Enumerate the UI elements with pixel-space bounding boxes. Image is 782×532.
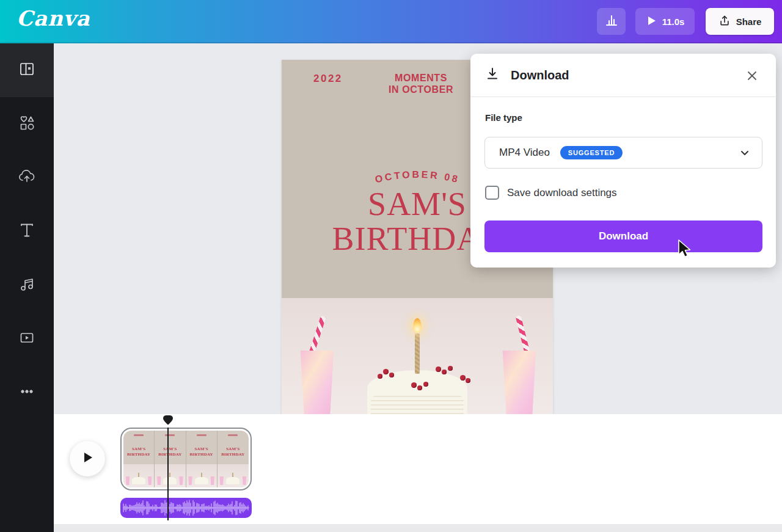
- playhead-line[interactable]: [167, 428, 169, 520]
- sidebar-item-text[interactable]: [0, 205, 54, 258]
- text-icon: [18, 222, 35, 241]
- bar-chart-icon: [604, 13, 619, 30]
- berry: [442, 370, 447, 374]
- sidebar-item-uploads[interactable]: [0, 151, 54, 205]
- save-settings-checkbox[interactable]: [485, 186, 499, 200]
- playhead-marker[interactable]: [161, 415, 175, 428]
- canva-logo: Canva: [16, 6, 90, 31]
- thumbnail-frame: SAM'S BIRTHDAY: [186, 431, 217, 487]
- audio-waveform: [120, 498, 252, 518]
- clip-thumbnail-frames: SAM'S BIRTHDAY SAM'S BIRTHDAY SAM'S BIRT…: [123, 431, 249, 487]
- suggested-badge: SUGGESTED: [560, 146, 623, 159]
- sidebar-item-templates[interactable]: [0, 43, 54, 97]
- download-button[interactable]: Download: [484, 220, 762, 252]
- duration-label: 11.0s: [662, 16, 685, 27]
- share-button[interactable]: Share: [706, 8, 774, 35]
- cake-frosting-ridges: [371, 396, 464, 414]
- berry: [383, 369, 389, 374]
- preview-play-button[interactable]: 11.0s: [635, 8, 695, 35]
- upload-cloud-icon: [18, 167, 36, 188]
- sidebar-item-elements[interactable]: [0, 97, 54, 151]
- music-note-icon: [18, 275, 35, 295]
- elements-icon: [18, 114, 35, 134]
- poster-video-frame[interactable]: [282, 298, 553, 414]
- poster-moments-text[interactable]: MOMENTS IN OCTOBER: [379, 72, 462, 95]
- berry: [417, 385, 422, 390]
- ellipsis-icon: [18, 383, 35, 403]
- chevron-down-icon: [739, 147, 751, 159]
- timeline-play-button[interactable]: [70, 441, 105, 476]
- thumbnail-frame: SAM'S BIRTHDAY: [217, 431, 249, 487]
- berry: [436, 366, 441, 372]
- share-label: Share: [736, 16, 762, 27]
- candle-flame: [413, 318, 422, 333]
- candle: [415, 333, 420, 374]
- save-settings-row[interactable]: Save download settings: [485, 186, 617, 200]
- file-type-select[interactable]: MP4 Video SUGGESTED: [484, 137, 762, 169]
- insights-button[interactable]: [597, 8, 626, 35]
- download-panel: Download File type MP4 Video SUGGESTED S…: [470, 54, 776, 268]
- share-upload-icon: [718, 15, 731, 29]
- sidebar-item-audio[interactable]: [0, 258, 54, 312]
- party-cup-left: [298, 351, 336, 414]
- party-cup-right: [500, 351, 538, 414]
- berry: [389, 373, 394, 377]
- download-panel-title: Download: [511, 68, 569, 82]
- top-bar: Canva 11.0s Share: [0, 0, 782, 43]
- berry: [460, 375, 466, 381]
- object-panel-sidebar: [0, 43, 54, 532]
- play-icon: [646, 15, 657, 28]
- file-type-value: MP4 Video: [499, 147, 550, 159]
- sidebar-item-videos[interactable]: [0, 312, 54, 366]
- thumbnail-frame: SAM'S BIRTHDAY: [123, 431, 155, 487]
- berry: [411, 382, 417, 388]
- save-settings-label: Save download settings: [507, 187, 617, 199]
- template-icon: [18, 60, 35, 80]
- poster-year-text[interactable]: 2022: [313, 73, 343, 85]
- video-icon: [18, 329, 35, 349]
- file-type-label: File type: [485, 112, 522, 123]
- download-icon: [485, 67, 500, 84]
- sidebar-item-more[interactable]: [0, 366, 54, 420]
- play-icon: [81, 451, 94, 467]
- berry: [378, 374, 382, 379]
- berry: [448, 366, 453, 371]
- svg-text:OCTOBER 08: OCTOBER 08: [374, 169, 461, 185]
- video-clip[interactable]: SAM'S BIRTHDAY SAM'S BIRTHDAY SAM'S BIRT…: [120, 428, 252, 490]
- berry: [423, 382, 428, 387]
- berry: [466, 378, 470, 383]
- thumbnail-frame: SAM'S BIRTHDAY: [155, 431, 186, 487]
- download-panel-header: Download: [470, 54, 776, 97]
- audio-track[interactable]: [120, 498, 252, 518]
- close-icon[interactable]: [744, 68, 760, 84]
- timeline-scroll-strip[interactable]: [54, 524, 782, 532]
